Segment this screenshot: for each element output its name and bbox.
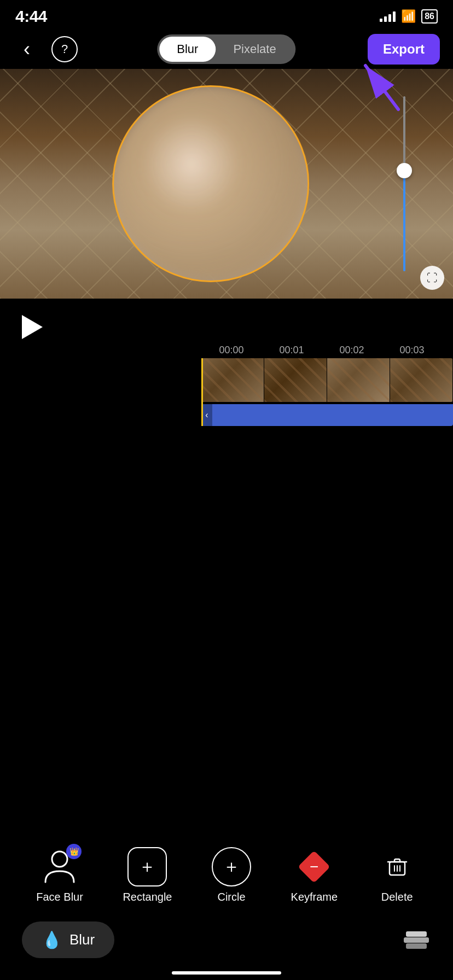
video-filmstrip — [201, 358, 453, 402]
timeline-area: 00:00 00:01 00:02 00:03 ‹ — [0, 345, 453, 433]
help-button[interactable]: ? — [51, 36, 78, 62]
timestamp-3: 00:03 — [382, 345, 442, 356]
blur-drop-icon: 💧 — [42, 930, 62, 949]
slider-track — [403, 96, 405, 271]
delete-icon — [378, 847, 417, 886]
timestamp-2: 00:02 — [322, 345, 382, 356]
vertical-slider[interactable] — [403, 96, 406, 271]
circle-label: Circle — [217, 891, 245, 903]
slider-fill — [403, 166, 405, 271]
circle-icon: ＋ — [212, 847, 251, 886]
delete-tool[interactable]: Delete — [378, 847, 417, 903]
rectangle-label: Rectangle — [123, 891, 172, 903]
fullscreen-button[interactable]: ⛶ — [420, 266, 444, 290]
svg-rect-10 — [406, 931, 427, 937]
filmstrip-frame-3 — [327, 358, 390, 402]
face-blur-icon: 👑 — [40, 847, 79, 886]
blue-layer-track[interactable]: ‹ — [201, 404, 453, 426]
blur-circle[interactable] — [112, 85, 309, 282]
timeline-timestamps: 00:00 00:01 00:02 00:03 — [0, 345, 453, 356]
keyframe-tool[interactable]: − Keyframe — [291, 847, 338, 903]
blur-circle-container[interactable] — [112, 85, 309, 282]
face-blur-label: Face Blur — [36, 891, 83, 903]
crown-badge: 👑 — [66, 844, 82, 859]
slider-thumb[interactable] — [397, 163, 412, 178]
svg-point-2 — [52, 851, 67, 867]
bottom-action-bar: 💧 Blur — [0, 921, 453, 958]
blur-mode-button[interactable]: Blur — [159, 37, 216, 62]
status-icons: 📶 86 — [380, 9, 438, 24]
play-button[interactable] — [22, 315, 43, 339]
layers-button[interactable] — [402, 928, 431, 952]
playhead[interactable] — [201, 358, 203, 426]
rectangle-icon: ＋ — [127, 847, 167, 886]
svg-rect-8 — [406, 943, 427, 949]
blur-effect — [114, 87, 307, 281]
arrow-annotation — [344, 55, 409, 120]
circle-tool[interactable]: ＋ Circle — [212, 847, 251, 903]
keyframe-icon: − — [294, 847, 334, 886]
svg-line-1 — [365, 66, 398, 109]
blue-track-handle[interactable]: ‹ — [201, 404, 212, 426]
keyframe-label: Keyframe — [291, 891, 338, 903]
filmstrip-frame-1 — [201, 358, 264, 402]
pixelate-mode-button[interactable]: Pixelate — [216, 37, 293, 62]
delete-label: Delete — [381, 891, 413, 903]
back-button[interactable]: ‹ — [13, 38, 40, 61]
timestamp-0: 00:00 — [201, 345, 262, 356]
blur-action-button[interactable]: 💧 Blur — [22, 921, 114, 958]
svg-rect-9 — [404, 937, 429, 943]
handle-arrow-icon: ‹ — [205, 410, 208, 420]
status-bar: 4:44 📶 86 — [0, 0, 453, 30]
fullscreen-icon: ⛶ — [427, 272, 438, 284]
signal-bars-icon — [380, 11, 396, 22]
face-blur-tool[interactable]: 👑 Face Blur — [36, 847, 83, 903]
rectangle-tool[interactable]: ＋ Rectangle — [123, 847, 172, 903]
timestamp-1: 00:01 — [262, 345, 322, 356]
mode-toggle: Blur Pixelate — [157, 34, 295, 64]
home-indicator — [172, 971, 281, 975]
filmstrip-frame-4 — [390, 358, 453, 402]
battery-icon: 86 — [421, 9, 438, 24]
playback-area — [0, 299, 453, 345]
blur-action-label: Blur — [69, 931, 95, 948]
status-time: 4:44 — [15, 7, 47, 26]
filmstrip-frame-2 — [264, 358, 327, 402]
wifi-icon: 📶 — [401, 9, 416, 24]
timeline-track[interactable]: ‹ — [0, 358, 453, 424]
bottom-toolbar: 👑 Face Blur ＋ Rectangle ＋ Circle − Keyfr… — [0, 836, 453, 914]
